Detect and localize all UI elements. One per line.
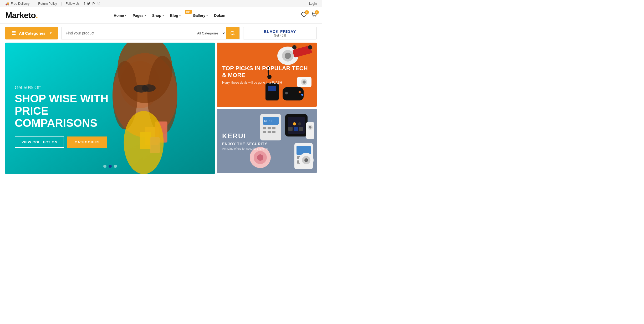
search-bar: All Categories Electronics Fashion Home (61, 27, 240, 39)
follow-us-label: Follow Us (66, 2, 80, 6)
pinterest-icon[interactable]: P (93, 2, 95, 6)
nav-dokan[interactable]: Dokan (214, 13, 225, 18)
instagram-icon[interactable] (97, 2, 100, 5)
chevron-down-icon: ▾ (50, 31, 52, 35)
svg-point-25 (292, 45, 297, 49)
hot-badge: Hot (185, 10, 192, 14)
svg-rect-39 (288, 117, 305, 134)
svg-point-29 (285, 92, 288, 94)
black-friday-banner[interactable]: BLACK FRIDAY Get 45ff! (243, 27, 317, 39)
slider-dot-2[interactable] (109, 165, 112, 168)
chevron-down-icon: ▾ (162, 14, 164, 17)
header-icons: 0 0 (301, 12, 317, 19)
logo-dot: . (36, 11, 38, 20)
search-button[interactable] (226, 27, 239, 39)
svg-point-70 (304, 158, 308, 162)
hero-main-banner: Get 50% Off SHOP WISE WITH PRICE COMPARI… (5, 43, 215, 174)
hero-buttons: VIEW COLLECTION CATEGORIES (15, 136, 130, 148)
svg-text:KERUI: KERUI (264, 120, 272, 123)
search-input[interactable] (62, 27, 193, 39)
divider (34, 2, 34, 6)
svg-point-3 (313, 17, 313, 17)
slider-dot-1[interactable] (103, 165, 106, 168)
wishlist-icon[interactable]: 0 (301, 12, 307, 19)
svg-point-26 (308, 45, 312, 49)
all-categories-button[interactable]: ☰ All Categories ▾ (5, 27, 58, 39)
chevron-down-icon: ▾ (145, 14, 146, 17)
free-delivery: 🚚 Free Delivery (5, 2, 29, 6)
main-nav: Home ▾ Pages ▾ Shop ▾ Blog ▾ Hot Gallery… (114, 13, 226, 18)
tech-banner-content: TOP PICKS IN POPULAR TECH & MORE Hurry, … (222, 65, 311, 85)
svg-rect-63 (268, 127, 271, 129)
black-friday-subtitle: Get 45ff! (274, 34, 286, 37)
divider2 (61, 2, 62, 6)
security-banner-subtitle: Amazing offers for security systems (222, 147, 311, 150)
cart-icon[interactable]: 0 (311, 12, 317, 19)
hero-section: Get 50% Off SHOP WISE WITH PRICE COMPARI… (0, 43, 322, 179)
top-bar-right: Login (309, 2, 317, 6)
svg-point-58 (309, 126, 311, 129)
login-link[interactable]: Login (309, 2, 317, 6)
svg-rect-0 (97, 2, 100, 5)
svg-rect-36 (268, 86, 276, 91)
hero-title: SHOP WISE WITH PRICE COMPARISONS (15, 93, 130, 129)
svg-rect-64 (272, 127, 275, 129)
search-section: ☰ All Categories ▾ All Categories Electr… (0, 24, 322, 43)
svg-point-23 (285, 53, 291, 59)
truck-icon: 🚚 (5, 2, 9, 6)
chevron-down-icon: ▾ (125, 14, 126, 17)
nav-blog[interactable]: Blog ▾ (170, 13, 181, 18)
categories-button[interactable]: CATEGORIES (67, 136, 107, 148)
return-policy: Return Policy (38, 2, 57, 6)
twitter-icon[interactable] (87, 2, 90, 5)
svg-rect-62 (263, 127, 266, 129)
view-collection-button[interactable]: VIEW COLLECTION (15, 136, 64, 148)
nav-pages[interactable]: Pages ▾ (132, 13, 146, 18)
nav-shop[interactable]: Shop ▾ (152, 13, 164, 18)
search-icon (230, 31, 235, 36)
svg-point-30 (299, 91, 301, 93)
cart-count: 0 (315, 10, 319, 14)
svg-point-55 (257, 154, 263, 161)
facebook-icon[interactable]: f (84, 2, 85, 6)
svg-point-19 (142, 84, 156, 92)
svg-rect-35 (265, 83, 279, 100)
security-banner-title: ENJOY THE SECURITY (222, 142, 311, 146)
tech-banner[interactable]: TOP PICKS IN POPULAR TECH & MORE Hurry, … (217, 43, 317, 107)
svg-rect-44 (299, 127, 303, 131)
black-friday-title: BLACK FRIDAY (264, 29, 296, 34)
svg-point-4 (315, 17, 316, 17)
security-brand: KERUI (222, 132, 311, 140)
svg-point-41 (298, 122, 301, 125)
svg-rect-42 (288, 127, 293, 131)
svg-point-5 (231, 31, 234, 34)
svg-point-31 (301, 94, 303, 96)
category-select[interactable]: All Categories Electronics Fashion Home (193, 27, 226, 39)
nav-home[interactable]: Home ▾ (114, 13, 126, 18)
menu-icon: ☰ (12, 30, 16, 36)
top-bar-left: 🚚 Free Delivery Return Policy Follow Us … (5, 2, 100, 6)
tech-banner-title: TOP PICKS IN POPULAR TECH & MORE (222, 65, 311, 79)
security-banner-content: KERUI ENJOY THE SECURITY Amazing offers … (222, 132, 311, 150)
social-icons: f P (84, 2, 100, 6)
svg-point-40 (293, 122, 296, 125)
logo[interactable]: Marketo . (5, 11, 38, 20)
hero-discount-text: Get 50% Off (15, 85, 130, 90)
security-banner[interactable]: KERUI KERUI ENJOY THE SECURITY Amazing o… (217, 109, 317, 173)
nav-gallery[interactable]: Hot Gallery ▾ (187, 13, 208, 18)
svg-point-1 (98, 3, 99, 4)
hero-right-banners: TOP PICKS IN POPULAR TECH & MORE Hurry, … (217, 43, 317, 174)
wishlist-count: 0 (305, 10, 309, 14)
svg-rect-43 (294, 127, 298, 131)
svg-point-2 (99, 3, 99, 3)
svg-line-6 (233, 34, 234, 35)
chevron-down-icon: ▾ (206, 14, 208, 17)
hero-content: Get 50% Off SHOP WISE WITH PRICE COMPARI… (15, 85, 130, 148)
slider-dot-3[interactable] (114, 165, 117, 168)
chevron-down-icon: ▾ (179, 14, 181, 17)
header: Marketo . Home ▾ Pages ▾ Shop ▾ Blog ▾ H… (0, 7, 322, 24)
top-bar: 🚚 Free Delivery Return Policy Follow Us … (0, 0, 322, 7)
slider-dots (103, 165, 117, 168)
tech-banner-subtitle: Hurry, these deals will be gone in a FLA… (222, 81, 311, 84)
logo-text: Marketo (5, 11, 36, 20)
